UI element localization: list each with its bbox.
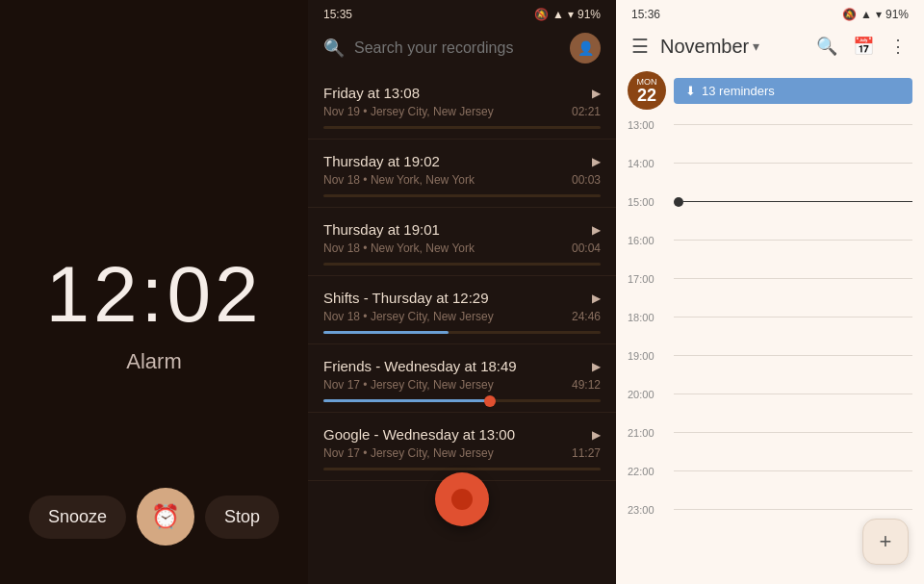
recording-item[interactable]: Friends - Wednesday at 18:49▶Nov 17 • Je… (308, 344, 616, 413)
recording-location: Nov 18 • New York, New York (323, 241, 475, 255)
current-date-circle[interactable]: Mon 22 (628, 71, 666, 110)
cal-wifi-icon: ▾ (876, 8, 882, 21)
recording-meta: Nov 18 • New York, New York00:03 (323, 173, 601, 187)
search-input[interactable] (354, 39, 560, 57)
recording-item[interactable]: Thursday at 19:01▶Nov 18 • New York, New… (308, 208, 616, 276)
calendar-status-time: 15:36 (631, 8, 660, 21)
time-label: 17:00 (628, 271, 666, 285)
calendar-toolbar: ☰ November ▾ 🔍 📅 ⋮ (616, 25, 924, 67)
play-button[interactable]: ▶ (592, 87, 601, 100)
time-slot: 22:00 (616, 464, 924, 502)
time-line (674, 509, 912, 510)
recordings-status-right: 🔕 ▲ ▾ 91% (534, 8, 601, 21)
progress-thumb[interactable] (484, 395, 496, 407)
play-button[interactable]: ▶ (592, 155, 601, 168)
progress-fill (323, 331, 449, 334)
alarm-icon-button[interactable]: ⏰ (137, 488, 194, 546)
recording-meta: Nov 18 • Jersey City, New Jersey24:46 (323, 310, 601, 323)
calendar-view-button[interactable]: 📅 (847, 32, 880, 61)
search-button[interactable]: 🔍 (810, 32, 843, 61)
calendar-status-bar: 15:36 🔕 ▲ ▾ 91% (616, 0, 924, 25)
alarm-label: Alarm (126, 349, 181, 374)
progress-bar[interactable] (323, 331, 601, 334)
recording-title: Thursday at 19:01 (323, 221, 440, 238)
progress-bar[interactable] (323, 468, 601, 470)
add-icon: + (880, 529, 892, 554)
time-slot: 18:00 (616, 310, 924, 348)
recording-title: Google - Wednesday at 13:00 (323, 426, 515, 443)
time-label: 15:00 (628, 194, 666, 208)
recording-location: Nov 17 • Jersey City, New Jersey (323, 378, 494, 392)
alarm-time-container: 12:02 Alarm (45, 58, 262, 488)
alarm-panel: 12:02 Alarm Snooze ⏰ Stop (0, 0, 308, 584)
avatar[interactable]: 👤 (570, 33, 601, 63)
recording-title: Friends - Wednesday at 18:49 (323, 358, 517, 374)
reminder-download-icon: ⬇ (685, 84, 696, 98)
time-slot: 17:00 (616, 271, 924, 310)
avatar-icon: 👤 (578, 40, 594, 56)
time-line (674, 470, 912, 471)
record-button-inner (451, 489, 473, 510)
play-button[interactable]: ▶ (592, 428, 601, 442)
time-line (674, 163, 912, 164)
time-slot: 20:00 (616, 387, 924, 425)
stop-button[interactable]: Stop (205, 495, 279, 539)
recording-meta: Nov 17 • Jersey City, New Jersey49:12 (323, 378, 601, 392)
time-line (674, 240, 912, 241)
time-line (674, 432, 912, 433)
progress-bar[interactable] (323, 194, 601, 197)
add-event-button[interactable]: + (862, 519, 909, 565)
time-line (674, 124, 912, 125)
search-icon: 🔍 (323, 38, 345, 59)
menu-button[interactable]: ☰ (628, 31, 653, 62)
time-label: 19:00 (628, 348, 666, 362)
time-label: 16:00 (628, 233, 666, 246)
time-label: 20:00 (628, 387, 666, 400)
progress-bar[interactable] (323, 399, 601, 402)
time-slot: 14:00 (616, 156, 924, 194)
recording-duration: 00:04 (572, 241, 601, 255)
recording-item[interactable]: Friday at 13:08▶Nov 19 • Jersey City, Ne… (308, 71, 616, 140)
time-label: 22:00 (628, 464, 666, 477)
more-button[interactable]: ⋮ (884, 32, 912, 61)
time-label: 18:00 (628, 310, 666, 323)
recording-item[interactable]: Shifts - Thursday at 12:29▶Nov 18 • Jers… (308, 276, 616, 344)
play-button[interactable]: ▶ (592, 360, 601, 373)
time-slot: 15:00 (616, 194, 924, 233)
progress-bar[interactable] (323, 126, 601, 129)
snooze-button[interactable]: Snooze (29, 495, 126, 539)
time-label: 14:00 (628, 156, 666, 169)
time-label: 13:00 (628, 117, 666, 131)
time-label: 21:00 (628, 425, 666, 439)
calendar-toolbar-icons: 🔍 📅 ⋮ (810, 32, 912, 61)
time-line (674, 394, 912, 394)
recording-item[interactable]: Thursday at 19:02▶Nov 18 • New York, New… (308, 140, 616, 208)
current-time-dot (674, 197, 683, 207)
recording-duration: 00:03 (572, 173, 601, 187)
month-name: November (660, 36, 749, 58)
record-button[interactable] (435, 472, 489, 526)
recording-item[interactable]: Google - Wednesday at 13:00▶Nov 17 • Jer… (308, 413, 616, 481)
time-line (674, 317, 912, 317)
recording-meta: Nov 17 • Jersey City, New Jersey11:27 (323, 446, 601, 460)
time-line (674, 201, 912, 202)
month-dropdown-arrow[interactable]: ▾ (753, 38, 759, 54)
play-button[interactable]: ▶ (592, 292, 601, 305)
calendar-date-row: Mon 22 ⬇ 13 reminders (616, 67, 924, 117)
reminder-banner[interactable]: ⬇ 13 reminders (674, 78, 912, 104)
recording-location: Nov 19 • Jersey City, New Jersey (323, 105, 494, 118)
alarm-clock-icon: ⏰ (151, 503, 180, 530)
recording-meta: Nov 18 • New York, New York00:04 (323, 241, 601, 255)
recording-duration: 49:12 (572, 378, 601, 392)
month-title: November ▾ (660, 36, 803, 58)
play-button[interactable]: ▶ (592, 223, 601, 237)
recording-location: Nov 18 • New York, New York (323, 173, 475, 187)
time-slot: 21:00 (616, 425, 924, 464)
progress-bar[interactable] (323, 263, 601, 266)
time-label: 23:00 (628, 502, 666, 516)
time-line (674, 355, 912, 356)
recording-duration: 24:46 (572, 310, 601, 323)
recording-title: Thursday at 19:02 (323, 153, 440, 169)
recordings-panel: 15:35 🔕 ▲ ▾ 91% 🔍 👤 Friday at 13:08▶Nov … (308, 0, 616, 584)
recordings-search-bar: 🔍 👤 (308, 25, 616, 71)
